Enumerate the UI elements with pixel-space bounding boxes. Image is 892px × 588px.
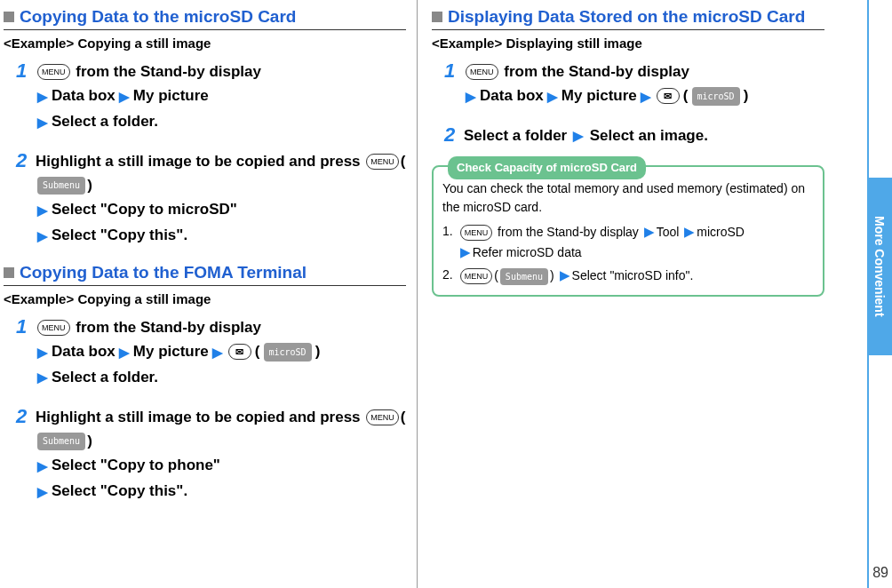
submenu-button-icon: Submenu bbox=[37, 177, 85, 195]
example-label: <Example> Copying a still image bbox=[4, 36, 406, 51]
step-2: 2 Highlight a still image to be copied a… bbox=[11, 405, 406, 505]
tip-item-number: 1. bbox=[442, 222, 453, 262]
step-number: 2 bbox=[11, 407, 32, 426]
step-2: 2 Highlight a still image to be copied a… bbox=[11, 149, 406, 249]
arrow-icon: ▶ bbox=[37, 225, 48, 248]
step-number: 2 bbox=[439, 125, 460, 145]
microsd-button-icon: microSD bbox=[264, 343, 312, 362]
section-title-copy-to-microsd: Copying Data to the microSD Card bbox=[4, 7, 406, 30]
tip-box-check-capacity: Check Capacity of microSD Card You can c… bbox=[432, 165, 824, 297]
step-text: Select a folder. bbox=[52, 365, 158, 391]
square-bullet-icon bbox=[4, 12, 14, 22]
step-text: Select a folder. bbox=[52, 109, 158, 135]
mail-button-icon: ✉ bbox=[228, 344, 251, 360]
mail-button-icon: ✉ bbox=[657, 88, 680, 104]
section-title-text: Copying Data to the microSD Card bbox=[20, 7, 296, 28]
step-text: My picture bbox=[133, 83, 209, 109]
step-1: 1 MENU from the Stand-by display ▶Data b… bbox=[11, 60, 406, 135]
tip-item-number: 2. bbox=[442, 266, 453, 286]
menu-button-icon: MENU bbox=[460, 225, 493, 241]
left-column: Copying Data to the microSD Card <Exampl… bbox=[0, 0, 418, 588]
step-1: 1 MENU from the Stand-by display ▶Data b… bbox=[439, 60, 824, 109]
arrow-icon: ▶ bbox=[37, 85, 48, 108]
menu-button-icon: MENU bbox=[460, 268, 493, 284]
submenu-button-icon: Submenu bbox=[500, 268, 548, 285]
menu-button-icon: MENU bbox=[366, 409, 399, 425]
arrow-icon: ▶ bbox=[644, 222, 655, 242]
step-text: Highlight a still image to be copied and… bbox=[36, 409, 364, 425]
arrow-icon: ▶ bbox=[460, 242, 471, 263]
example-label: <Example> Copying a still image bbox=[4, 291, 406, 306]
step-number: 1 bbox=[11, 61, 32, 81]
section-title-display-microsd: Displaying Data Stored on the microSD Ca… bbox=[432, 7, 824, 30]
microsd-button-icon: microSD bbox=[692, 87, 740, 106]
page-number: 89 bbox=[872, 565, 888, 581]
arrow-icon: ▶ bbox=[119, 341, 130, 364]
step-text: Data box bbox=[480, 83, 544, 109]
tip-list-item: 2. MENU(Submenu) ▶Select "microSD info". bbox=[442, 266, 814, 286]
right-column: Displaying Data Stored on the microSD Ca… bbox=[418, 0, 835, 588]
step-text: from the Stand-by display bbox=[72, 63, 261, 80]
tip-text: Select "microSD info". bbox=[572, 268, 694, 282]
menu-button-icon: MENU bbox=[466, 64, 498, 80]
step-text: Select "Copy this". bbox=[52, 479, 187, 505]
step-number: 2 bbox=[11, 151, 32, 171]
step-text: Highlight a still image to be copied and… bbox=[36, 153, 364, 170]
arrow-icon: ▶ bbox=[37, 341, 48, 364]
step-number: 1 bbox=[11, 317, 32, 337]
tip-text: microSD bbox=[697, 225, 745, 239]
side-tab: More Convenient bbox=[867, 178, 892, 355]
step-text: Select "Copy to phone" bbox=[52, 453, 220, 479]
arrow-icon: ▶ bbox=[212, 341, 223, 364]
step-text: My picture bbox=[133, 339, 209, 365]
menu-button-icon: MENU bbox=[37, 320, 70, 336]
arrow-icon: ▶ bbox=[573, 125, 584, 147]
example-label: <Example> Displaying still image bbox=[432, 36, 824, 51]
section-title-copy-to-foma: Copying Data to the FOMA Terminal bbox=[4, 263, 406, 286]
arrow-icon: ▶ bbox=[37, 199, 48, 222]
step-text: Data box bbox=[52, 83, 115, 109]
section-title-text: Displaying Data Stored on the microSD Ca… bbox=[448, 7, 805, 28]
step-text: Select an image. bbox=[590, 127, 708, 144]
tip-text: from the Stand-by display bbox=[494, 225, 639, 239]
arrow-icon: ▶ bbox=[119, 85, 130, 108]
square-bullet-icon bbox=[432, 12, 442, 22]
step-1: 1 MENU from the Stand-by display ▶Data b… bbox=[11, 315, 406, 391]
arrow-icon: ▶ bbox=[37, 111, 48, 134]
step-text: Data box bbox=[52, 339, 115, 365]
step-text: My picture bbox=[561, 83, 637, 109]
step-text: Select "Copy this". bbox=[52, 223, 187, 249]
step-text: from the Stand-by display bbox=[500, 63, 689, 80]
step-2: 2 Select a folder ▶ Select an image. bbox=[439, 123, 824, 147]
tip-text: Tool bbox=[657, 225, 680, 239]
tip-list-item: 1. MENU from the Stand-by display ▶Tool … bbox=[442, 222, 814, 262]
arrow-icon: ▶ bbox=[641, 85, 651, 108]
arrow-icon: ▶ bbox=[560, 266, 570, 286]
arrow-icon: ▶ bbox=[684, 222, 695, 242]
tip-text: Refer microSD data bbox=[473, 245, 582, 259]
arrow-icon: ▶ bbox=[466, 85, 476, 108]
arrow-icon: ▶ bbox=[37, 366, 48, 389]
square-bullet-icon bbox=[4, 267, 14, 278]
step-number: 1 bbox=[439, 61, 460, 81]
step-text: Select "Copy to microSD" bbox=[52, 197, 237, 223]
menu-button-icon: MENU bbox=[366, 154, 399, 170]
step-text: from the Stand-by display bbox=[72, 319, 261, 336]
step-text: Select a folder bbox=[464, 127, 567, 144]
submenu-button-icon: Submenu bbox=[37, 433, 85, 450]
section-title-text: Copying Data to the FOMA Terminal bbox=[20, 263, 307, 283]
tip-intro: You can check the total memory and used … bbox=[442, 179, 814, 217]
menu-button-icon: MENU bbox=[37, 64, 70, 80]
arrow-icon: ▶ bbox=[37, 455, 48, 478]
arrow-icon: ▶ bbox=[547, 85, 558, 108]
tip-title: Check Capacity of microSD Card bbox=[448, 156, 646, 179]
arrow-icon: ▶ bbox=[37, 481, 48, 504]
